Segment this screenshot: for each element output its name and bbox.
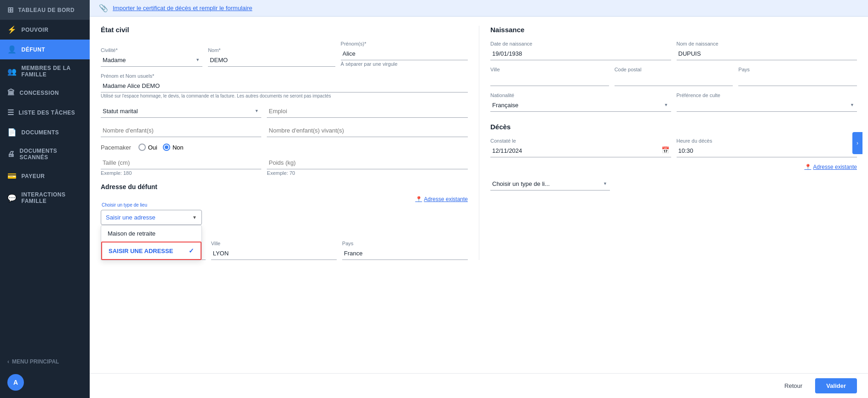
pacemaker-non[interactable]: Non <box>163 144 184 151</box>
right-panel: › Naissance Date de naissance Nom de nai… <box>479 26 857 260</box>
adresse-existante-link-deces[interactable]: 📍 Adresse existante <box>805 164 857 170</box>
dropdown-value: Saisir une adresse <box>106 214 155 221</box>
sidebar: ⊞ TABLEAU DE BORD ⚡ POUVOIR 👤 DÉFUNT 👥 M… <box>0 0 90 398</box>
field-statut-marital: Statut marital <box>101 105 261 118</box>
field-preference-culte: Préférence de culte <box>677 92 857 112</box>
row-nationalite-culte: Nationalité Française Préférence de cult… <box>490 92 857 112</box>
pacemaker-radio-group: Oui Non <box>138 144 184 151</box>
pacemaker-row: Pacemaker Oui Non <box>101 144 468 151</box>
radio-non-circle <box>163 144 170 151</box>
civilite-label: Civilité* <box>101 47 202 53</box>
row-prenom-nom-usuels: Prénom et Nom usuels* Utilisé sur l'espa… <box>101 73 468 98</box>
type-lieu-deces-select[interactable]: Choisir un type de li... <box>490 178 610 190</box>
field-poids: Exemple: 70 <box>267 156 468 176</box>
row-civilite-nom-prenom: Civilité* Madame Monsieur Nom* Prénom(s)… <box>101 41 468 67</box>
scan-icon: 🖨 <box>7 150 15 158</box>
radio-oui-circle <box>138 144 146 151</box>
sidebar-item-concession[interactable]: 🏛 CONCESSION <box>0 83 90 103</box>
naissance-pays-label: Pays <box>738 67 857 72</box>
valider-button[interactable]: Valider <box>815 378 857 393</box>
naissance-cp-input[interactable] <box>615 73 733 86</box>
naissance-title: Naissance <box>490 26 857 34</box>
field-nom: Nom* <box>208 47 335 67</box>
prenom-nom-usuels-label: Prénom et Nom usuels* <box>101 73 468 79</box>
adresse-exist-right: 📍 Adresse existante <box>490 164 857 174</box>
field-naissance-ville: Ville <box>490 67 609 86</box>
sidebar-item-membres-famille[interactable]: 👥 MEMBRES DE LA FAMILLE <box>0 59 90 83</box>
ville-adresse-input[interactable] <box>211 247 337 260</box>
preference-culte-select[interactable] <box>677 99 857 112</box>
sidebar-item-pouvoir[interactable]: ⚡ POUVOIR <box>0 20 90 40</box>
preference-culte-label: Préférence de culte <box>677 92 857 98</box>
sidebar-item-liste-taches[interactable]: ☰ LISTE DES TÂCHES <box>0 103 90 122</box>
field-naissance-pays: Pays <box>738 67 857 86</box>
nombre-enfants-input[interactable] <box>101 124 261 137</box>
card-icon: 💳 <box>7 172 17 180</box>
deces-title: Décès <box>490 123 857 131</box>
calendar-icon[interactable]: 📅 <box>661 146 669 154</box>
prenom-input[interactable] <box>341 47 468 60</box>
date-naissance-input[interactable] <box>490 47 671 60</box>
sidebar-item-documents[interactable]: 📄 DOCUMENTS <box>0 122 90 142</box>
adresse-existante-link-left[interactable]: 📍 Adresse existante <box>415 196 468 202</box>
naissance-ville-label: Ville <box>490 67 609 72</box>
radio-oui-label: Oui <box>148 144 157 151</box>
naissance-ville-input[interactable] <box>490 73 609 86</box>
row-naissance-dates: Date de naissance Nom de naissance <box>490 41 857 60</box>
field-taille: Exemple: 180 <box>101 156 261 176</box>
list-icon: ☰ <box>7 108 14 117</box>
menu-principal-link[interactable]: ‹ MENU PRINCIPAL <box>0 353 90 370</box>
ville-adresse-label: Ville <box>211 241 337 246</box>
field-pays-adresse: Pays <box>342 241 468 260</box>
field-ville-adresse: Ville <box>211 241 337 260</box>
prenom-nom-usuels-input[interactable] <box>101 80 468 92</box>
pin-icon: 📍 <box>415 196 422 202</box>
nom-naissance-label: Nom de naissance <box>677 41 857 46</box>
document-icon: 📄 <box>7 128 17 137</box>
pacemaker-oui[interactable]: Oui <box>138 144 157 151</box>
field-type-lieu-deces: Choisir un type de li... <box>490 178 610 190</box>
prenom-nom-usuels-hint: Utilisé sur l'espace hommage, le devis, … <box>101 93 468 98</box>
radio-non-label: Non <box>172 144 184 151</box>
nom-naissance-input[interactable] <box>677 47 857 60</box>
top-banner: 📎 Importer le certificat de décès et rem… <box>90 0 868 17</box>
dropdown-container: Choisir un type de lieu Saisir une adres… <box>101 210 202 225</box>
nom-input[interactable] <box>208 54 335 67</box>
sidebar-item-interactions-famille[interactable]: 💬 INTERACTIONS FAMILLE <box>0 186 90 210</box>
grid-icon: ⊞ <box>7 6 14 14</box>
sidebar-item-documents-scannes[interactable]: 🖨 DOCUMENTS SCANNÉS <box>0 142 90 166</box>
emploi-input[interactable] <box>267 105 468 118</box>
retour-button[interactable]: Retour <box>777 379 810 393</box>
sidebar-item-defunt[interactable]: 👤 DÉFUNT <box>0 40 90 59</box>
poids-input[interactable] <box>267 156 468 169</box>
dropdown-option-saisir-adresse[interactable]: SAISIR UNE ADRESSE ✓ <box>101 242 201 260</box>
pacemaker-label: Pacemaker <box>101 144 131 151</box>
date-naissance-label: Date de naissance <box>490 41 671 46</box>
heure-deces-input[interactable] <box>677 144 857 157</box>
constate-le-input[interactable] <box>490 144 671 157</box>
banner-link[interactable]: Importer le certificat de décès et rempl… <box>113 5 252 12</box>
dropdown-option-maison-retraite[interactable]: Maison de retraite <box>101 225 201 242</box>
constate-le-label: Constaté le <box>490 138 671 144</box>
statut-marital-select[interactable]: Statut marital <box>101 105 261 118</box>
nombre-enfants-vivants-input[interactable] <box>267 124 468 137</box>
adresse-defunt-section: Adresse du défunt 📍 Adresse existante Ch… <box>101 183 468 260</box>
avatar[interactable]: A <box>7 374 24 391</box>
field-prenom-nom-usuels: Prénom et Nom usuels* Utilisé sur l'espa… <box>101 73 468 98</box>
sidebar-item-tableau-de-bord[interactable]: ⊞ TABLEAU DE BORD <box>0 0 90 20</box>
dropdown-label: Choisir un type de lieu <box>102 202 147 208</box>
taille-input[interactable] <box>101 156 261 169</box>
dropdown-trigger[interactable]: Saisir une adresse ▼ <box>101 210 202 225</box>
poids-example: Exemple: 70 <box>267 170 468 176</box>
pin-icon-deces: 📍 <box>805 164 811 170</box>
civilite-select[interactable]: Madame Monsieur <box>101 54 202 67</box>
nationalite-select[interactable]: Française <box>490 99 671 112</box>
naissance-pays-input[interactable] <box>738 73 857 86</box>
field-nom-naissance: Nom de naissance <box>677 41 857 60</box>
naissance-section: Naissance Date de naissance Nom de naiss… <box>490 26 857 112</box>
field-nationalite: Nationalité Française <box>490 92 671 112</box>
row-naissance-location: Ville Code postal Pays <box>490 67 857 86</box>
pays-adresse-input[interactable] <box>342 247 468 260</box>
sidebar-item-payeur[interactable]: 💳 PAYEUR <box>0 166 90 186</box>
field-constate-le: Constaté le 📅 <box>490 138 671 157</box>
